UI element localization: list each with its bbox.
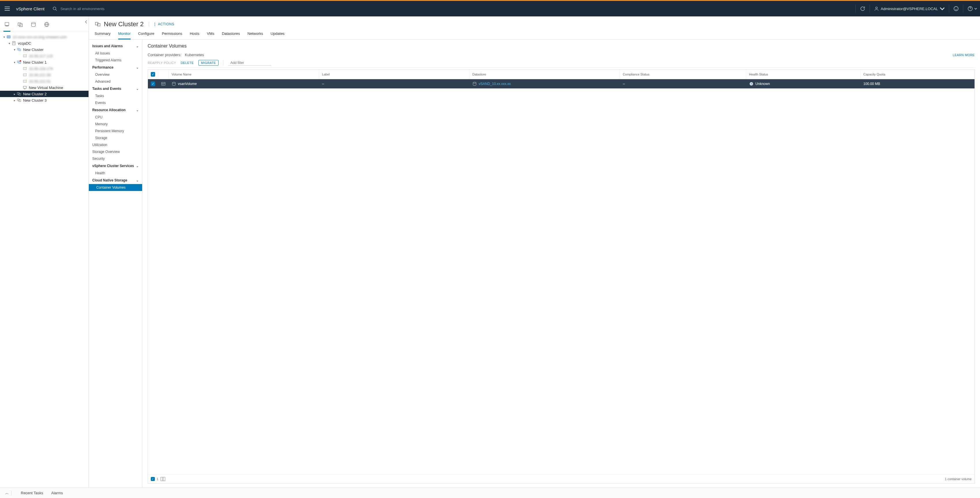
- delete-button[interactable]: DELETE: [181, 61, 194, 65]
- smiley-icon[interactable]: [953, 6, 959, 11]
- tree-vcenter[interactable]: ▾ s2-xxxx-xxx-xx.eng.vmware.com: [0, 34, 89, 40]
- cluster-icon: [17, 98, 21, 103]
- side-item-health[interactable]: Health: [89, 170, 142, 176]
- user-menu[interactable]: Administrator@VSPHERE.LOCAL: [874, 6, 945, 11]
- grid-header-row: ✓ Volume Name Label Datastore Compliance…: [148, 70, 975, 79]
- side-group-resource-allocation[interactable]: Resource Allocation⌄: [89, 106, 142, 114]
- side-group-tasks-events[interactable]: Tasks and Events⌄: [89, 85, 142, 92]
- details-icon[interactable]: [161, 82, 165, 86]
- side-item-pmem[interactable]: Persistent Memory: [89, 128, 142, 135]
- migrate-button[interactable]: MIGRATE: [198, 60, 218, 66]
- side-item-all-issues[interactable]: All Issues: [89, 50, 142, 57]
- svg-point-3: [954, 6, 958, 11]
- tree-host[interactable]: 10.30.222.51: [0, 78, 89, 84]
- side-item-storage[interactable]: Storage: [89, 135, 142, 141]
- svg-rect-18: [7, 35, 10, 38]
- tab-vms[interactable]: VMs: [207, 32, 214, 39]
- side-group-performance[interactable]: Performance⌄: [89, 63, 142, 71]
- cell-datastore[interactable]: vSAND_10.xx.xxx.xx: [479, 82, 511, 86]
- side-item-overview[interactable]: Overview: [89, 71, 142, 78]
- vm-icon: [22, 85, 27, 90]
- tree-datacenter[interactable]: ▾ vcqaDC: [0, 40, 89, 46]
- col-capacity[interactable]: Capacity Quota: [861, 70, 975, 79]
- learn-more-link[interactable]: LEARN MORE: [953, 53, 975, 57]
- side-item-tasks[interactable]: Tasks: [89, 92, 142, 99]
- side-item-storage-overview[interactable]: Storage Overview: [89, 148, 142, 155]
- tree-cluster[interactable]: ▸ New Cluster 3: [0, 97, 89, 103]
- side-item-utilization[interactable]: Utilization: [89, 141, 142, 148]
- side-item-security[interactable]: Security: [89, 155, 142, 162]
- search-input[interactable]: [60, 6, 147, 11]
- tab-networks[interactable]: Networks: [247, 32, 263, 39]
- tree-cluster[interactable]: ▾ New Cluster: [0, 46, 89, 53]
- svg-rect-31: [23, 74, 27, 76]
- filter-input-wrap[interactable]: [228, 60, 271, 66]
- alarms-tab[interactable]: Alarms: [51, 491, 63, 495]
- collapse-panel-icon[interactable]: [84, 19, 89, 24]
- col-label[interactable]: Label: [319, 70, 470, 79]
- side-item-cpu[interactable]: CPU: [89, 114, 142, 121]
- svg-rect-27: [19, 62, 21, 63]
- cluster-icon: [17, 47, 21, 52]
- global-search[interactable]: [52, 6, 147, 11]
- menu-icon[interactable]: [5, 4, 13, 13]
- svg-rect-33: [23, 80, 27, 82]
- host-icon: [22, 66, 27, 71]
- tab-permissions[interactable]: Permissions: [162, 32, 182, 39]
- host-icon: [22, 73, 27, 77]
- tree-host[interactable]: 10.30.221.59: [0, 72, 89, 78]
- tab-updates[interactable]: Updates: [270, 32, 284, 39]
- side-item-events[interactable]: Events: [89, 99, 142, 106]
- datastore-icon: [472, 81, 477, 86]
- recent-tasks-tab[interactable]: Recent Tasks: [21, 491, 43, 495]
- select-all-checkbox[interactable]: ✓: [151, 72, 155, 77]
- tree-host[interactable]: 10.30.218.174: [0, 65, 89, 72]
- tree-cluster[interactable]: ▾ New Cluster 1: [0, 59, 89, 65]
- tab-monitor[interactable]: Monitor: [118, 32, 130, 40]
- volume-row[interactable]: ✓ vsanVolume -- vSAND_10.xx.: [148, 79, 975, 89]
- refresh-icon[interactable]: [860, 6, 865, 11]
- tab-configure[interactable]: Configure: [138, 32, 154, 39]
- detail-pane: Container Volumes Container providers: K…: [142, 40, 980, 488]
- vms-templates-tab[interactable]: [17, 22, 23, 28]
- tab-summary[interactable]: Summary: [95, 32, 111, 39]
- col-volume-name[interactable]: Volume Name: [169, 70, 319, 79]
- row-checkbox[interactable]: ✓: [151, 81, 155, 86]
- column-picker-icon[interactable]: [161, 477, 165, 481]
- col-datastore[interactable]: Datastore: [469, 70, 620, 79]
- chevron-down-icon[interactable]: [974, 7, 977, 10]
- col-compliance[interactable]: Compliance Status: [620, 70, 746, 79]
- cell-volume-name: vsanVolume: [178, 82, 197, 86]
- networking-tab[interactable]: [44, 22, 49, 28]
- tab-datastores[interactable]: Datastores: [222, 32, 240, 39]
- help-icon[interactable]: [967, 6, 973, 11]
- storage-tab[interactable]: [30, 22, 36, 28]
- side-group-vcs[interactable]: vSphere Cluster Services⌄: [89, 162, 142, 170]
- grid-footer: ✓ 1 1 container volume: [148, 474, 975, 483]
- tree-host[interactable]: 10.30.217.115: [0, 53, 89, 59]
- svg-rect-24: [23, 55, 27, 57]
- side-item-triggered-alarms[interactable]: Triggered Alarms: [89, 57, 142, 63]
- actions-menu[interactable]: ⋮ ACTIONS: [149, 22, 174, 26]
- svg-text:?: ?: [751, 82, 752, 85]
- col-health[interactable]: Health Status: [746, 70, 860, 79]
- svg-point-4: [955, 8, 956, 8]
- filter-input[interactable]: [231, 61, 274, 65]
- expand-bottom-icon[interactable]: ︿: [5, 490, 11, 496]
- datacenter-icon: [11, 41, 16, 46]
- cluster-icon: [95, 21, 101, 27]
- cell-health: Unknown: [756, 82, 770, 86]
- side-item-memory[interactable]: Memory: [89, 121, 142, 128]
- cluster-icon: [17, 92, 21, 96]
- side-item-advanced[interactable]: Advanced: [89, 78, 142, 85]
- tab-hosts[interactable]: Hosts: [190, 32, 199, 39]
- hosts-clusters-tab[interactable]: [4, 22, 10, 28]
- side-item-container-volumes[interactable]: Container Volumes: [89, 184, 142, 191]
- svg-point-48: [172, 82, 176, 83]
- tree-vm[interactable]: New Virtual Machine: [0, 84, 89, 91]
- side-group-issues[interactable]: Issues and Alarms⌄: [89, 42, 142, 50]
- svg-rect-45: [161, 82, 165, 85]
- side-group-cns[interactable]: Cloud Native Storage⌄: [89, 176, 142, 184]
- inventory-tree: ▾ s2-xxxx-xxx-xx.eng.vmware.com ▾ vcqaDC…: [0, 32, 89, 488]
- tree-cluster-selected[interactable]: ▸ New Cluster 2: [0, 91, 89, 97]
